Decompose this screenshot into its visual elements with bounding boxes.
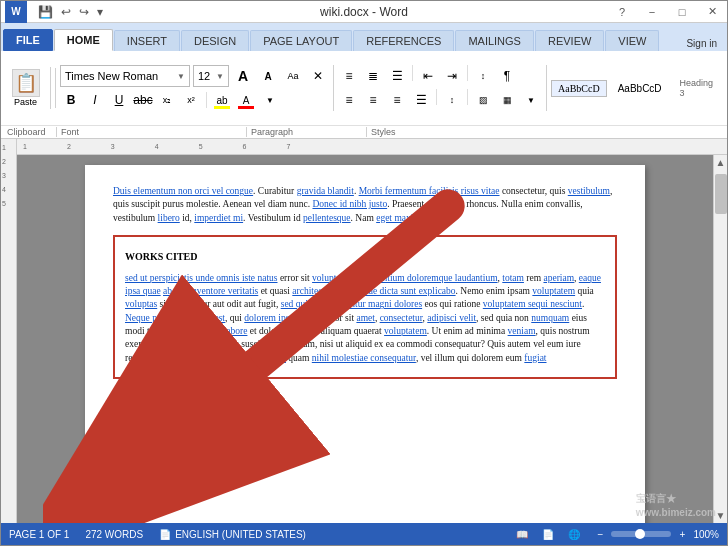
body-link1[interactable]: Duis elementum non orci vel congue: [113, 186, 253, 196]
wc-link13[interactable]: dolorem ipsum: [244, 313, 301, 323]
word-count[interactable]: 272 WORDS: [85, 529, 143, 540]
change-case-btn[interactable]: Aa: [282, 65, 304, 87]
bullets-btn[interactable]: ≡: [338, 65, 360, 87]
wc-link17[interactable]: numquam: [531, 313, 569, 323]
sort-btn[interactable]: ↕: [472, 65, 494, 87]
tab-file[interactable]: FILE: [3, 29, 53, 51]
style-normal[interactable]: AaBbCcD: [551, 80, 607, 97]
tab-references[interactable]: REFERENCES: [353, 30, 454, 51]
body-link2[interactable]: gravida blandit: [297, 186, 354, 196]
tab-insert[interactable]: INSERT: [114, 30, 180, 51]
italic-button[interactable]: I: [84, 89, 106, 111]
align-right-btn[interactable]: ≡: [386, 89, 408, 111]
wc-link3[interactable]: totam: [502, 273, 524, 283]
quick-redo-btn[interactable]: ↪: [76, 5, 92, 19]
sign-in-btn[interactable]: Sign in: [680, 36, 723, 51]
increase-indent-btn[interactable]: ⇥: [441, 65, 463, 87]
underline-button[interactable]: U: [108, 89, 130, 111]
scroll-up-btn[interactable]: ▲: [714, 155, 727, 170]
view-print-btn[interactable]: 📄: [539, 525, 557, 543]
tab-review[interactable]: REVIEW: [535, 30, 604, 51]
decrease-indent-btn[interactable]: ⇤: [417, 65, 439, 87]
body-link9[interactable]: eget maximus odi: [376, 213, 444, 223]
body-link4[interactable]: vestibulum: [568, 186, 610, 196]
tab-view[interactable]: VIEW: [605, 30, 659, 51]
wc-link11[interactable]: voluptatem sequi nesciunt: [483, 299, 582, 309]
decrease-font-btn[interactable]: A: [257, 65, 279, 87]
quick-undo-btn[interactable]: ↩: [58, 5, 74, 19]
justify-btn[interactable]: ☰: [410, 89, 432, 111]
multilevel-list-btn[interactable]: ☰: [386, 65, 408, 87]
document-page[interactable]: Duis elementum non orci vel congue. Cura…: [85, 165, 645, 523]
style-no-spacing[interactable]: AaBbCcD: [611, 80, 669, 97]
wc-link18[interactable]: labore: [224, 326, 248, 336]
shading-btn[interactable]: ▨: [472, 89, 494, 111]
tab-home[interactable]: HOME: [54, 29, 113, 51]
maximize-button[interactable]: □: [667, 1, 697, 23]
style-heading4[interactable]: Heading 4: [724, 75, 728, 101]
paste-button[interactable]: 📋 Paste: [8, 67, 44, 109]
wc-link19[interactable]: voluptatem: [384, 326, 427, 336]
paste-label: Paste: [14, 97, 37, 107]
body-link6[interactable]: libero: [158, 213, 180, 223]
numbering-btn[interactable]: ≣: [362, 65, 384, 87]
increase-font-btn[interactable]: A: [232, 65, 254, 87]
strikethrough-button[interactable]: abc: [132, 89, 154, 111]
customize-btn[interactable]: ▾: [94, 5, 106, 19]
wc-link6[interactable]: ab illo inventore veritatis: [163, 286, 258, 296]
body-link5[interactable]: Donec id nibh justo: [312, 199, 387, 209]
borders-btn[interactable]: ▦: [496, 89, 518, 111]
tab-page-layout[interactable]: PAGE LAYOUT: [250, 30, 352, 51]
wc-link22[interactable]: nihil molestiae consequatur: [312, 353, 416, 363]
wc-link12[interactable]: Neque porro quisquam est: [125, 313, 225, 323]
wc-link4[interactable]: aperiam: [543, 273, 574, 283]
minimize-button[interactable]: −: [637, 1, 667, 23]
text-highlight-btn[interactable]: ab: [211, 89, 233, 111]
bold-button[interactable]: B: [60, 89, 82, 111]
wc-link8[interactable]: voluptatem: [532, 286, 575, 296]
font-name-selector[interactable]: Times New Roman ▼: [60, 65, 190, 87]
style-heading3[interactable]: Heading 3: [673, 75, 721, 101]
view-read-btn[interactable]: 📖: [513, 525, 531, 543]
borders-dropdown[interactable]: ▼: [520, 89, 542, 111]
help-button[interactable]: ?: [607, 1, 637, 23]
view-web-btn[interactable]: 🌐: [565, 525, 583, 543]
vertical-scrollbar[interactable]: ▲ ▼: [713, 155, 727, 523]
language-status[interactable]: 📄 ENGLISH (UNITED STATES): [159, 529, 306, 540]
close-button[interactable]: ✕: [697, 1, 727, 23]
wc-link16[interactable]: adipisci velit: [427, 313, 476, 323]
align-center-btn[interactable]: ≡: [362, 89, 384, 111]
subscript-button[interactable]: x₂: [156, 89, 178, 111]
wc-link21[interactable]: voluptate velit esse: [213, 353, 286, 363]
wc-link2[interactable]: voluptatem accusantium doloremque laudan…: [312, 273, 497, 283]
wc-link20[interactable]: veniam: [508, 326, 536, 336]
zoom-slider[interactable]: [611, 531, 671, 537]
show-para-btn[interactable]: ¶: [496, 65, 518, 87]
wc-link7[interactable]: architecto beatae vitae dicta sunt expli…: [292, 286, 455, 296]
page-count[interactable]: PAGE 1 OF 1: [9, 529, 69, 540]
wc-link15[interactable]: consectetur: [380, 313, 423, 323]
line-spacing-btn[interactable]: ↕: [441, 89, 463, 111]
font-color-btn[interactable]: A: [235, 89, 257, 111]
scroll-thumb[interactable]: [715, 174, 727, 214]
wc-link14[interactable]: amet: [356, 313, 374, 323]
clear-format-btn[interactable]: ✕: [307, 65, 329, 87]
tab-mailings[interactable]: MA​ILINGS: [455, 30, 534, 51]
body-link7[interactable]: imperdiet mi: [194, 213, 243, 223]
wc-link10[interactable]: sed quia consequuntur magni dolores: [281, 299, 422, 309]
zoom-out-btn[interactable]: −: [591, 525, 609, 543]
tab-design[interactable]: DESIGN: [181, 30, 249, 51]
align-left-btn[interactable]: ≡: [338, 89, 360, 111]
quick-save-btn[interactable]: 💾: [35, 5, 56, 19]
body-link3[interactable]: Morbi fermentum facilisis risus vitae: [359, 186, 500, 196]
window-title: wiki.docx - Word: [320, 5, 408, 19]
clipboard-label: Clipboard: [7, 127, 57, 137]
font-color-dropdown[interactable]: ▼: [259, 89, 281, 111]
wc-link23[interactable]: fugiat: [524, 353, 546, 363]
wc-link1[interactable]: sed ut perspiciatis unde omnis iste natu…: [125, 273, 278, 283]
font-size-selector[interactable]: 12 ▼: [193, 65, 229, 87]
zoom-in-btn[interactable]: +: [673, 525, 691, 543]
body-link8[interactable]: pellentesque: [303, 213, 350, 223]
wc-link9[interactable]: voluptas: [125, 299, 157, 309]
superscript-button[interactable]: x²: [180, 89, 202, 111]
